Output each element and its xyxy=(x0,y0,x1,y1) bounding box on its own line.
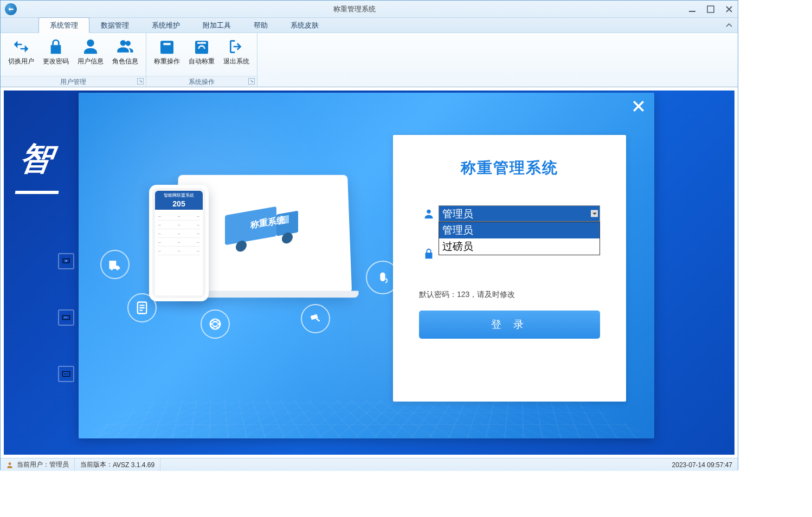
content-area: 智 称重系统 智能网联重系 xyxy=(1,87,738,458)
username-dropdown: 管理员 过磅员 xyxy=(439,222,600,255)
status-version-label: 当前版本： xyxy=(80,460,113,469)
tab-skin[interactable]: 系统皮肤 xyxy=(279,17,330,33)
dropdown-option-operator[interactable]: 过磅员 xyxy=(439,238,600,255)
role-icon xyxy=(116,37,134,56)
dialog-close-button[interactable] xyxy=(630,98,647,114)
username-value: 管理员 xyxy=(442,208,473,219)
ribbon-group-label-system: 系统操作↘ xyxy=(146,76,257,87)
orbit-globe-icon xyxy=(201,309,230,339)
group-launcher-icon[interactable]: ↘ xyxy=(248,78,255,85)
lock-field-icon xyxy=(419,248,439,260)
tab-system-manage[interactable]: 系统管理 xyxy=(38,17,89,33)
svg-text:AUTO: AUTO xyxy=(198,41,206,44)
weigh-button[interactable]: 称重操作 xyxy=(150,35,184,76)
ribbon-group-system-op: 称重操作 AUTO 自动称重 退出系统 系统操作↘ xyxy=(146,33,257,87)
group-launcher-icon[interactable]: ↘ xyxy=(137,78,144,85)
change-password-button[interactable]: 更改密码 xyxy=(38,35,73,76)
tab-help[interactable]: 帮助 xyxy=(242,17,279,33)
username-select[interactable]: 管理员 xyxy=(439,205,600,222)
titlebar: 称重管理系统 xyxy=(1,1,738,18)
login-dialog: 称重系统 智能网联重系统205 ------ ------ ------ ---… xyxy=(79,93,654,438)
status-version: 当前版本： AVSZ 3.1.4.69 xyxy=(75,458,160,471)
role-info-button[interactable]: 角色信息 xyxy=(108,35,143,76)
user-field-icon xyxy=(419,208,439,219)
username-field: 管理员 管理员 过磅员 xyxy=(419,205,600,222)
status-version-value: AVSZ 3.1.4.69 xyxy=(113,461,154,469)
auto-weigh-icon: AUTO xyxy=(192,37,211,56)
side-icon-2 xyxy=(58,309,74,326)
status-user: 当前用户： 管理员 xyxy=(1,458,75,471)
exit-icon xyxy=(227,37,246,56)
status-user-icon xyxy=(6,461,14,469)
auto-weigh-button[interactable]: AUTO 自动称重 xyxy=(184,35,219,76)
dropdown-arrow-icon[interactable] xyxy=(591,210,598,217)
ribbon-expand-icon[interactable] xyxy=(725,21,733,30)
svg-point-4 xyxy=(66,260,67,262)
background-heading: 智 xyxy=(15,137,67,194)
user-info-label: 用户信息 xyxy=(78,57,104,66)
exit-button[interactable]: 退出系统 xyxy=(219,35,254,76)
switch-user-label: 切换用户 xyxy=(8,57,34,66)
weigh-icon xyxy=(158,37,176,56)
user-icon xyxy=(81,37,100,56)
ribbon-tabstrip: 系统管理 数据管理 系统维护 附加工具 帮助 系统皮肤 xyxy=(1,18,738,33)
orbit-camera-icon xyxy=(301,304,330,333)
tab-addon-tools[interactable]: 附加工具 xyxy=(191,17,242,33)
orbit-truck-icon xyxy=(100,250,130,279)
ribbon-group-label-user: 用户管理↘ xyxy=(1,76,146,87)
app-logo-icon xyxy=(5,3,17,15)
maximize-button[interactable] xyxy=(706,5,715,14)
orbit-icons xyxy=(100,250,404,358)
svg-rect-6 xyxy=(62,372,70,377)
side-icon-3 xyxy=(58,366,74,382)
window-title: 称重管理系统 xyxy=(21,4,688,14)
minimize-button[interactable] xyxy=(688,5,697,14)
dropdown-option-admin[interactable]: 管理员 xyxy=(439,222,600,238)
exit-label: 退出系统 xyxy=(223,57,249,66)
hex-ground-decoration xyxy=(79,399,654,438)
weigh-label: 称重操作 xyxy=(154,57,180,66)
login-title: 称重管理系统 xyxy=(419,158,600,178)
tab-data-manage[interactable]: 数据管理 xyxy=(89,17,140,33)
svg-rect-1 xyxy=(707,6,714,12)
svg-rect-17 xyxy=(380,273,385,281)
switch-user-icon xyxy=(12,37,30,56)
background-panel: 智 称重系统 智能网联重系 xyxy=(4,91,734,455)
close-button[interactable] xyxy=(725,5,733,14)
svg-rect-0 xyxy=(689,11,695,12)
switch-user-button[interactable]: 切换用户 xyxy=(4,35,38,76)
ribbon: 切换用户 更改密码 用户信息 角色信息 用户管理↘ xyxy=(1,33,738,87)
ribbon-group-user-manage: 切换用户 更改密码 用户信息 角色信息 用户管理↘ xyxy=(1,33,146,87)
app-window: 称重管理系统 系统管理 数据管理 系统维护 附加工具 帮助 系统皮肤 切换用户 xyxy=(0,0,738,470)
side-icon-1 xyxy=(58,253,74,269)
statusbar: 当前用户： 管理员 当前版本： AVSZ 3.1.4.69 2023-07-14… xyxy=(1,458,738,471)
svg-point-18 xyxy=(427,210,430,214)
status-user-value: 管理员 xyxy=(49,460,69,469)
status-user-label: 当前用户： xyxy=(17,460,49,469)
auto-weigh-label: 自动称重 xyxy=(189,57,215,66)
login-hint: 默认密码：123，请及时修改 xyxy=(419,290,600,300)
login-panel: 称重管理系统 管理员 管理员 过磅员 xyxy=(393,135,626,402)
tab-system-maintain[interactable]: 系统维护 xyxy=(140,17,191,33)
login-button[interactable]: 登 录 xyxy=(419,311,600,339)
svg-point-19 xyxy=(9,462,11,465)
background-side-icons xyxy=(58,253,74,382)
orbit-clipboard-icon xyxy=(127,293,157,322)
lock-icon xyxy=(47,37,65,56)
status-datetime: 2023-07-14 09:57:47 xyxy=(667,458,738,471)
change-password-label: 更改密码 xyxy=(43,57,69,66)
role-info-label: 角色信息 xyxy=(112,57,138,66)
user-info-button[interactable]: 用户信息 xyxy=(73,35,108,76)
